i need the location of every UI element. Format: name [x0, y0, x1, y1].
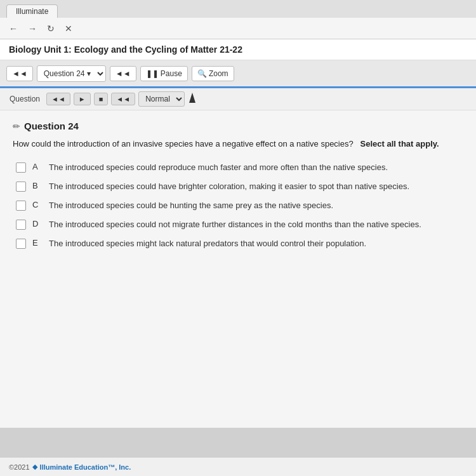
question-instruction: Select all that apply. [360, 139, 439, 149]
back-button[interactable]: ← [6, 22, 20, 35]
zoom-button[interactable]: 🔍 Zoom [192, 66, 234, 81]
answer-text-b: The introduced species could have bright… [49, 181, 409, 192]
question-selector[interactable]: Question 24 ▾ [37, 65, 106, 82]
answer-item-c: C The introduced species could be huntin… [16, 200, 463, 211]
question-header: ✏ Question 24 [13, 121, 463, 131]
page-title: Biology Unit 1: Ecology and the Cycling … [9, 44, 242, 55]
zoom-label: Zoom [209, 69, 228, 78]
question-text: How could the introduction of an invasiv… [13, 138, 463, 150]
checkbox-c[interactable] [16, 201, 26, 211]
prev-icon: ◄◄ [12, 69, 27, 78]
sec-next-icon: ◄◄ [116, 95, 130, 103]
sec-stop-button[interactable]: ■ [94, 93, 109, 105]
answer-letter-e: E [32, 238, 43, 248]
sec-prev-icon: ◄◄ [51, 95, 65, 103]
footer-logo-icon: ◆ [32, 463, 37, 471]
browser-tab-bar: Illuminate [0, 0, 476, 18]
checkbox-d[interactable] [16, 220, 26, 230]
cursor-indicator [189, 93, 195, 105]
browser-toolbar: ← → ↻ ✕ [0, 18, 476, 39]
pause-button[interactable]: ❚❚ Pause [140, 66, 188, 81]
pencil-icon: ✏ [13, 121, 20, 131]
footer-company: Illuminate Education™, Inc. [40, 463, 131, 471]
answer-list: A The introduced species could reproduce… [13, 162, 463, 250]
reload-button[interactable]: ↻ [44, 22, 57, 35]
sec-play-icon: ► [79, 95, 86, 103]
question-body: How could the introduction of an invasiv… [13, 139, 354, 149]
footer-copyright: ©2021 [9, 463, 30, 471]
sec-play-button[interactable]: ► [74, 93, 91, 105]
pause-label: ❚❚ Pause [146, 69, 182, 78]
answer-letter-c: C [32, 200, 43, 209]
sec-stop-icon: ■ [99, 95, 103, 103]
answer-text-e: The introduced species might lack natura… [49, 238, 366, 249]
next-icon: ◄◄ [116, 69, 131, 78]
answer-item-a: A The introduced species could reproduce… [16, 162, 463, 173]
checkbox-b[interactable] [16, 182, 26, 192]
forward-button[interactable]: → [25, 22, 39, 35]
browser-tab[interactable]: Illuminate [6, 4, 58, 18]
next-question-button[interactable]: ◄◄ [110, 66, 136, 81]
secondary-toolbar: Question ◄◄ ► ■ ◄◄ Normal [0, 88, 476, 110]
zoom-icon: 🔍 [197, 69, 207, 78]
footer: ©2021 ◆ Illuminate Education™, Inc. [0, 457, 476, 476]
answer-letter-d: D [32, 219, 43, 228]
sec-next-button[interactable]: ◄◄ [111, 93, 135, 105]
normal-selector[interactable]: Normal [138, 91, 185, 107]
answer-letter-b: B [32, 181, 43, 190]
question-title: Question 24 [24, 121, 79, 131]
question-label: Question [6, 93, 43, 105]
main-content: ✏ Question 24 How could the introduction… [0, 110, 476, 428]
top-toolbar: ◄◄ Question 24 ▾ ◄◄ ❚❚ Pause 🔍 Zoom [0, 60, 476, 88]
answer-item-b: B The introduced species could have brig… [16, 181, 463, 192]
checkbox-a[interactable] [16, 162, 26, 173]
answer-item-e: E The introduced species might lack natu… [16, 238, 463, 249]
close-button[interactable]: ✕ [62, 22, 75, 35]
tab-label: Illuminate [16, 7, 48, 16]
answer-letter-a: A [32, 162, 43, 171]
answer-text-d: The introduced species could not migrate… [49, 219, 421, 230]
answer-text-a: The introduced species could reproduce m… [49, 162, 388, 173]
answer-item-d: D The introduced species could not migra… [16, 219, 463, 230]
prev-question-button[interactable]: ◄◄ [6, 66, 33, 81]
sec-prev-button[interactable]: ◄◄ [46, 93, 70, 105]
answer-text-c: The introduced species could be hunting … [49, 200, 333, 211]
page-title-bar: Biology Unit 1: Ecology and the Cycling … [0, 39, 476, 60]
checkbox-e[interactable] [16, 239, 26, 249]
